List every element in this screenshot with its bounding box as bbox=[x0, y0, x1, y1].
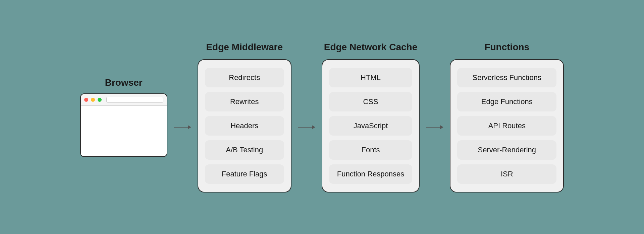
arrow-line-1 bbox=[174, 127, 191, 128]
diagram: Browser Edge Middleware Redirects Rewrit… bbox=[53, 28, 591, 206]
traffic-light-red bbox=[84, 98, 88, 102]
section-edge-network-cache: Edge Network Cache HTML CSS JavaScript F… bbox=[322, 42, 420, 192]
arrow-2 bbox=[298, 127, 315, 128]
item-isr: ISR bbox=[457, 164, 556, 184]
arrow-1 bbox=[174, 127, 191, 128]
item-feature-flags: Feature Flags bbox=[205, 164, 284, 184]
item-server-rendering: Server-Rendering bbox=[457, 140, 556, 160]
item-html: HTML bbox=[329, 68, 413, 87]
browser-window bbox=[80, 93, 167, 157]
item-edge-functions: Edge Functions bbox=[457, 92, 556, 111]
item-redirects: Redirects bbox=[205, 68, 284, 87]
traffic-light-green bbox=[98, 98, 102, 102]
item-javascript: JavaScript bbox=[329, 116, 413, 136]
arrow-3 bbox=[426, 127, 443, 128]
item-rewrites: Rewrites bbox=[205, 92, 284, 111]
item-fonts: Fonts bbox=[329, 140, 413, 160]
url-bar bbox=[106, 97, 163, 103]
browser-label: Browser bbox=[105, 77, 143, 88]
item-serverless-functions: Serverless Functions bbox=[457, 68, 556, 87]
browser-content bbox=[81, 106, 167, 155]
edge-network-cache-title: Edge Network Cache bbox=[324, 42, 418, 53]
browser-section: Browser bbox=[80, 77, 167, 157]
item-api-routes: API Routes bbox=[457, 116, 556, 136]
item-headers: Headers bbox=[205, 116, 284, 136]
section-functions: Functions Serverless Functions Edge Func… bbox=[450, 42, 564, 192]
functions-card: Serverless Functions Edge Functions API … bbox=[450, 59, 564, 192]
item-ab-testing: A/B Testing bbox=[205, 140, 284, 160]
item-function-responses: Function Responses bbox=[329, 164, 413, 184]
edge-network-cache-card: HTML CSS JavaScript Fonts Function Respo… bbox=[322, 59, 420, 192]
browser-toolbar bbox=[81, 94, 167, 106]
traffic-light-yellow bbox=[91, 98, 95, 102]
edge-middleware-title: Edge Middleware bbox=[206, 42, 283, 53]
edge-middleware-card: Redirects Rewrites Headers A/B Testing F… bbox=[198, 59, 291, 192]
functions-title: Functions bbox=[484, 42, 529, 53]
arrow-line-3 bbox=[426, 127, 443, 128]
section-edge-middleware: Edge Middleware Redirects Rewrites Heade… bbox=[198, 42, 291, 192]
item-css: CSS bbox=[329, 92, 413, 111]
arrow-line-2 bbox=[298, 127, 315, 128]
